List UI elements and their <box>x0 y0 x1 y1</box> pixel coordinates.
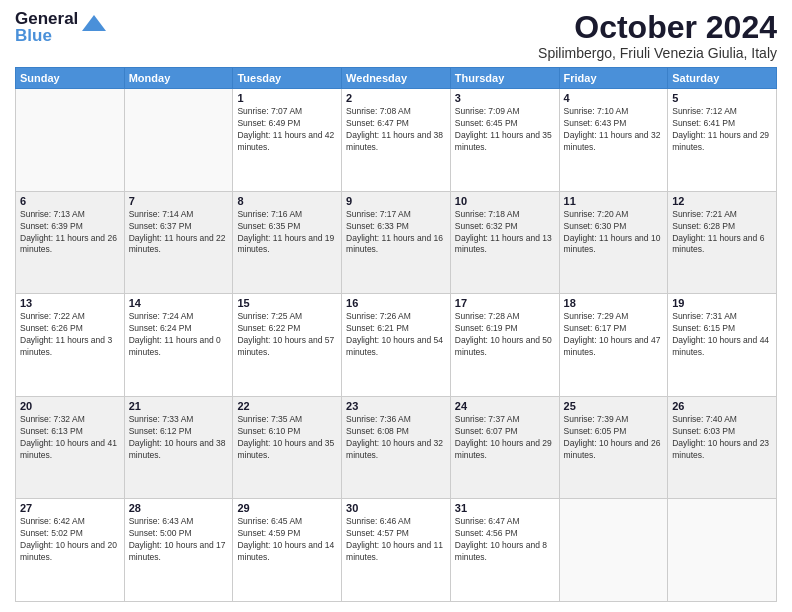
svg-marker-0 <box>82 15 106 31</box>
day-number: 31 <box>455 502 555 514</box>
day-info: Sunrise: 6:46 AM Sunset: 4:57 PM Dayligh… <box>346 516 446 564</box>
day-number: 18 <box>564 297 664 309</box>
calendar-table: Sunday Monday Tuesday Wednesday Thursday… <box>15 67 777 602</box>
table-row <box>124 89 233 192</box>
table-row: 10Sunrise: 7:18 AM Sunset: 6:32 PM Dayli… <box>450 191 559 294</box>
table-row: 26Sunrise: 7:40 AM Sunset: 6:03 PM Dayli… <box>668 396 777 499</box>
day-number: 5 <box>672 92 772 104</box>
logo-icon <box>80 13 108 41</box>
day-info: Sunrise: 7:29 AM Sunset: 6:17 PM Dayligh… <box>564 311 664 359</box>
day-info: Sunrise: 7:24 AM Sunset: 6:24 PM Dayligh… <box>129 311 229 359</box>
table-row: 23Sunrise: 7:36 AM Sunset: 6:08 PM Dayli… <box>342 396 451 499</box>
table-row: 12Sunrise: 7:21 AM Sunset: 6:28 PM Dayli… <box>668 191 777 294</box>
location-title: Spilimbergo, Friuli Venezia Giulia, Ital… <box>538 45 777 61</box>
table-row: 16Sunrise: 7:26 AM Sunset: 6:21 PM Dayli… <box>342 294 451 397</box>
table-row: 11Sunrise: 7:20 AM Sunset: 6:30 PM Dayli… <box>559 191 668 294</box>
day-info: Sunrise: 7:26 AM Sunset: 6:21 PM Dayligh… <box>346 311 446 359</box>
day-number: 12 <box>672 195 772 207</box>
table-row: 27Sunrise: 6:42 AM Sunset: 5:02 PM Dayli… <box>16 499 125 602</box>
col-thursday: Thursday <box>450 68 559 89</box>
month-title: October 2024 <box>538 10 777 45</box>
day-number: 24 <box>455 400 555 412</box>
table-row: 4Sunrise: 7:10 AM Sunset: 6:43 PM Daylig… <box>559 89 668 192</box>
table-row: 7Sunrise: 7:14 AM Sunset: 6:37 PM Daylig… <box>124 191 233 294</box>
day-info: Sunrise: 6:45 AM Sunset: 4:59 PM Dayligh… <box>237 516 337 564</box>
day-number: 3 <box>455 92 555 104</box>
day-number: 28 <box>129 502 229 514</box>
day-info: Sunrise: 7:32 AM Sunset: 6:13 PM Dayligh… <box>20 414 120 462</box>
day-number: 16 <box>346 297 446 309</box>
logo: General Blue <box>15 10 108 44</box>
day-number: 19 <box>672 297 772 309</box>
logo-general: General <box>15 10 78 27</box>
col-tuesday: Tuesday <box>233 68 342 89</box>
day-number: 4 <box>564 92 664 104</box>
day-number: 2 <box>346 92 446 104</box>
table-row: 8Sunrise: 7:16 AM Sunset: 6:35 PM Daylig… <box>233 191 342 294</box>
day-number: 30 <box>346 502 446 514</box>
day-info: Sunrise: 7:08 AM Sunset: 6:47 PM Dayligh… <box>346 106 446 154</box>
day-number: 13 <box>20 297 120 309</box>
day-number: 15 <box>237 297 337 309</box>
day-info: Sunrise: 7:22 AM Sunset: 6:26 PM Dayligh… <box>20 311 120 359</box>
table-row: 15Sunrise: 7:25 AM Sunset: 6:22 PM Dayli… <box>233 294 342 397</box>
table-row: 17Sunrise: 7:28 AM Sunset: 6:19 PM Dayli… <box>450 294 559 397</box>
table-row <box>668 499 777 602</box>
day-info: Sunrise: 7:20 AM Sunset: 6:30 PM Dayligh… <box>564 209 664 257</box>
table-row: 6Sunrise: 7:13 AM Sunset: 6:39 PM Daylig… <box>16 191 125 294</box>
day-info: Sunrise: 7:25 AM Sunset: 6:22 PM Dayligh… <box>237 311 337 359</box>
day-info: Sunrise: 7:35 AM Sunset: 6:10 PM Dayligh… <box>237 414 337 462</box>
day-info: Sunrise: 7:40 AM Sunset: 6:03 PM Dayligh… <box>672 414 772 462</box>
day-info: Sunrise: 7:13 AM Sunset: 6:39 PM Dayligh… <box>20 209 120 257</box>
col-monday: Monday <box>124 68 233 89</box>
table-row <box>559 499 668 602</box>
table-row: 14Sunrise: 7:24 AM Sunset: 6:24 PM Dayli… <box>124 294 233 397</box>
day-number: 25 <box>564 400 664 412</box>
day-info: Sunrise: 7:39 AM Sunset: 6:05 PM Dayligh… <box>564 414 664 462</box>
day-info: Sunrise: 7:18 AM Sunset: 6:32 PM Dayligh… <box>455 209 555 257</box>
day-info: Sunrise: 6:43 AM Sunset: 5:00 PM Dayligh… <box>129 516 229 564</box>
day-info: Sunrise: 7:21 AM Sunset: 6:28 PM Dayligh… <box>672 209 772 257</box>
table-row: 31Sunrise: 6:47 AM Sunset: 4:56 PM Dayli… <box>450 499 559 602</box>
table-row: 28Sunrise: 6:43 AM Sunset: 5:00 PM Dayli… <box>124 499 233 602</box>
page: General Blue October 2024 Spilimbergo, F… <box>0 0 792 612</box>
day-number: 29 <box>237 502 337 514</box>
day-number: 1 <box>237 92 337 104</box>
table-row: 20Sunrise: 7:32 AM Sunset: 6:13 PM Dayli… <box>16 396 125 499</box>
day-info: Sunrise: 7:09 AM Sunset: 6:45 PM Dayligh… <box>455 106 555 154</box>
table-row: 21Sunrise: 7:33 AM Sunset: 6:12 PM Dayli… <box>124 396 233 499</box>
day-info: Sunrise: 7:10 AM Sunset: 6:43 PM Dayligh… <box>564 106 664 154</box>
table-row: 13Sunrise: 7:22 AM Sunset: 6:26 PM Dayli… <box>16 294 125 397</box>
table-row: 3Sunrise: 7:09 AM Sunset: 6:45 PM Daylig… <box>450 89 559 192</box>
title-block: October 2024 Spilimbergo, Friuli Venezia… <box>538 10 777 61</box>
table-row: 19Sunrise: 7:31 AM Sunset: 6:15 PM Dayli… <box>668 294 777 397</box>
day-info: Sunrise: 7:37 AM Sunset: 6:07 PM Dayligh… <box>455 414 555 462</box>
table-row <box>16 89 125 192</box>
table-row: 18Sunrise: 7:29 AM Sunset: 6:17 PM Dayli… <box>559 294 668 397</box>
day-number: 27 <box>20 502 120 514</box>
day-number: 8 <box>237 195 337 207</box>
col-friday: Friday <box>559 68 668 89</box>
logo-blue: Blue <box>15 27 78 44</box>
calendar-week-row: 13Sunrise: 7:22 AM Sunset: 6:26 PM Dayli… <box>16 294 777 397</box>
calendar-week-row: 1Sunrise: 7:07 AM Sunset: 6:49 PM Daylig… <box>16 89 777 192</box>
calendar-week-row: 6Sunrise: 7:13 AM Sunset: 6:39 PM Daylig… <box>16 191 777 294</box>
day-number: 11 <box>564 195 664 207</box>
col-sunday: Sunday <box>16 68 125 89</box>
table-row: 24Sunrise: 7:37 AM Sunset: 6:07 PM Dayli… <box>450 396 559 499</box>
table-row: 1Sunrise: 7:07 AM Sunset: 6:49 PM Daylig… <box>233 89 342 192</box>
day-number: 7 <box>129 195 229 207</box>
day-number: 9 <box>346 195 446 207</box>
col-wednesday: Wednesday <box>342 68 451 89</box>
table-row: 2Sunrise: 7:08 AM Sunset: 6:47 PM Daylig… <box>342 89 451 192</box>
day-info: Sunrise: 7:28 AM Sunset: 6:19 PM Dayligh… <box>455 311 555 359</box>
table-row: 9Sunrise: 7:17 AM Sunset: 6:33 PM Daylig… <box>342 191 451 294</box>
day-number: 22 <box>237 400 337 412</box>
day-info: Sunrise: 7:17 AM Sunset: 6:33 PM Dayligh… <box>346 209 446 257</box>
day-number: 14 <box>129 297 229 309</box>
day-info: Sunrise: 6:42 AM Sunset: 5:02 PM Dayligh… <box>20 516 120 564</box>
day-number: 6 <box>20 195 120 207</box>
calendar-week-row: 27Sunrise: 6:42 AM Sunset: 5:02 PM Dayli… <box>16 499 777 602</box>
day-number: 10 <box>455 195 555 207</box>
day-info: Sunrise: 7:16 AM Sunset: 6:35 PM Dayligh… <box>237 209 337 257</box>
